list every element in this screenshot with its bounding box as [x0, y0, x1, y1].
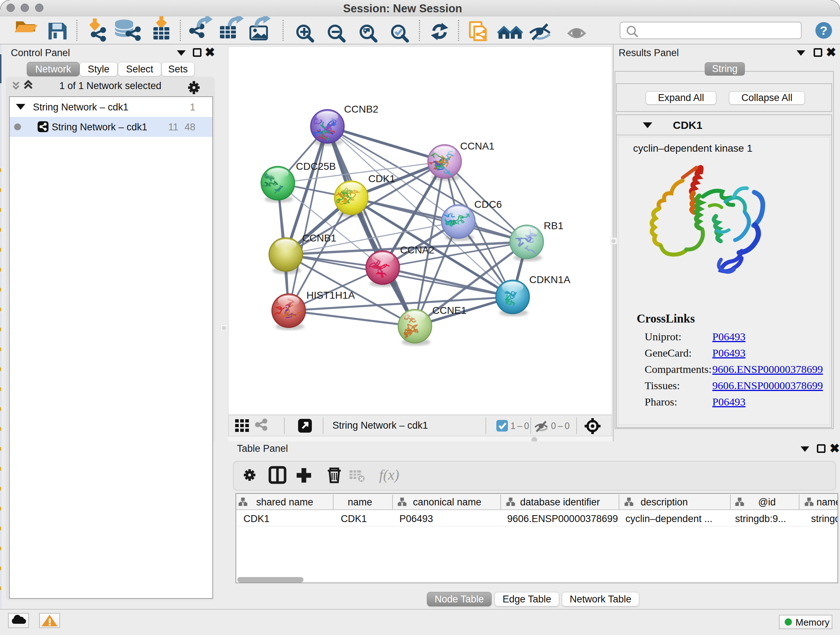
svg-text:f(x): f(x) [379, 467, 399, 483]
svg-text:CCNB1: CCNB1 [302, 233, 336, 244]
svg-text:description: description [641, 497, 688, 508]
svg-text:cyclin–dependent ...: cyclin–dependent ... [625, 513, 712, 524]
svg-text:?: ? [820, 24, 828, 37]
svg-text:CCNA1: CCNA1 [460, 141, 494, 152]
svg-text:9606.ENSP00000378699: 9606.ENSP00000378699 [507, 513, 618, 524]
svg-text:canonical name: canonical name [413, 497, 481, 508]
svg-text:CCNE1: CCNE1 [432, 305, 467, 316]
svg-text:@id: @id [758, 497, 775, 508]
svg-text:CDKN1A: CDKN1A [529, 274, 570, 285]
svg-text:HIST1H1A: HIST1H1A [306, 290, 355, 301]
svg-text:name: name [347, 497, 372, 508]
svg-text:CCNA2: CCNA2 [400, 244, 434, 256]
svg-text:stringdb:9...: stringdb:9... [735, 513, 786, 524]
svg-text:CDK1: CDK1 [243, 513, 270, 524]
svg-text:namespac: namespac [816, 497, 837, 508]
svg-text:CDK1: CDK1 [368, 173, 395, 184]
svg-text:CDC25B: CDC25B [296, 161, 336, 172]
svg-text:RB1: RB1 [544, 220, 563, 231]
svg-text:stringdb: stringdb [811, 513, 837, 524]
svg-text:database identifier: database identifier [520, 497, 600, 508]
svg-text:P06493: P06493 [399, 513, 433, 524]
svg-text:CDK1: CDK1 [341, 513, 367, 524]
svg-text:CCNB2: CCNB2 [344, 103, 378, 115]
svg-text:shared name: shared name [256, 497, 313, 508]
svg-text:CDC6: CDC6 [474, 199, 502, 210]
